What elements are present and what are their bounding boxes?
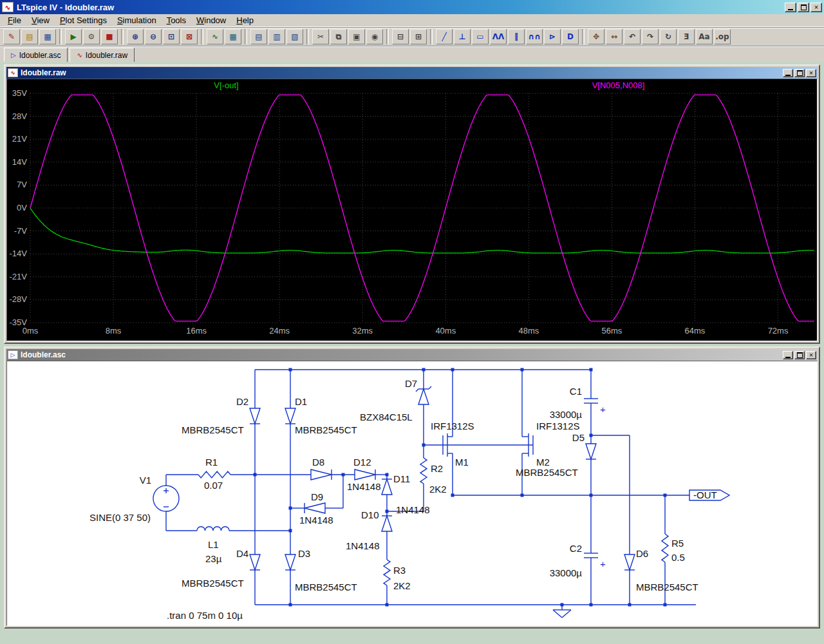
open-button[interactable]: ▤: [21, 29, 38, 44]
D5-symbol[interactable]: [586, 444, 596, 459]
control-panel-button[interactable]: ⚙: [83, 29, 100, 44]
tile-vertical-button[interactable]: ▥: [268, 29, 285, 44]
move-button[interactable]: ✥: [588, 29, 604, 44]
x-tick-label: 24ms: [269, 326, 290, 336]
copy-button[interactable]: ⧉: [330, 29, 347, 44]
zoom-full-extents-button[interactable]: ⊠: [181, 29, 198, 44]
window-controls: ×: [783, 3, 822, 12]
V1-symbol[interactable]: [153, 486, 179, 511]
move-icon: ✥: [593, 33, 599, 41]
grid-button[interactable]: ▦: [225, 29, 241, 44]
R2-symbol[interactable]: [420, 458, 427, 484]
D9-symbol[interactable]: [304, 503, 325, 513]
y-tick-label: -21V: [10, 272, 28, 281]
resistor-button[interactable]: ΛΛ: [490, 29, 507, 44]
spice-directive-button[interactable]: .op: [714, 29, 731, 44]
undo-button[interactable]: ↶: [624, 29, 641, 44]
wire[interactable]: [562, 610, 571, 618]
schematic-canvas[interactable]: D2MBRB2545CTD1MBRB2545CTD7BZX84C15LIRF13…: [7, 361, 817, 625]
waveform-restore-button[interactable]: [794, 69, 805, 77]
y-tick-label: 0V: [17, 203, 27, 213]
x-tick-label: 8ms: [106, 326, 122, 336]
save-button[interactable]: ▦: [39, 29, 56, 44]
tab-label-raw: Idoubler.raw: [86, 51, 127, 60]
zoom-area-button[interactable]: ⊡: [163, 29, 180, 44]
D12-symbol[interactable]: [355, 469, 375, 480]
redo-button[interactable]: ↷: [642, 29, 659, 44]
print-preview-button[interactable]: ⊞: [410, 29, 427, 44]
text-button[interactable]: Aa: [696, 29, 713, 44]
schematic-client-area[interactable]: D2MBRB2545CTD1MBRB2545CTD7BZX84C15LIRF13…: [6, 361, 818, 626]
menu-tools[interactable]: Tools: [162, 15, 191, 26]
plot-settings-button[interactable]: ∿: [207, 29, 223, 44]
menu-bar: FileViewPlot SettingsSimulationToolsWind…: [0, 14, 824, 27]
waveform-window-titlebar[interactable]: ∿ Idoubler.raw ×: [6, 67, 818, 79]
junction-node: [664, 494, 667, 497]
run-button[interactable]: ▶: [65, 29, 82, 44]
schematic-window-titlebar[interactable]: ▷ Idoubler.asc ×: [6, 349, 818, 361]
menu-simulation[interactable]: Simulation: [112, 15, 162, 26]
find-button[interactable]: ◉: [366, 29, 383, 44]
minimize-button[interactable]: [785, 3, 796, 12]
tile-horizontal-button[interactable]: ▤: [250, 29, 267, 44]
waveform-close-button[interactable]: ×: [806, 69, 816, 77]
R5-symbol[interactable]: [662, 534, 668, 562]
schematic-close-button[interactable]: ×: [806, 351, 816, 359]
schematic-label: 1N4148: [396, 504, 430, 515]
D1-symbol[interactable]: [285, 408, 295, 424]
trace-label-1[interactable]: V[N005,N008]: [592, 80, 645, 90]
wire[interactable]: [553, 610, 562, 618]
junction-node: [561, 603, 564, 607]
L1-symbol[interactable]: [197, 527, 229, 531]
drag-button[interactable]: ↔: [606, 29, 623, 44]
net-label-button[interactable]: ▭: [472, 29, 489, 44]
C1-symbol[interactable]: [584, 399, 598, 403]
junction-node: [590, 368, 593, 372]
diode-button[interactable]: ⊳: [544, 29, 561, 44]
schematic-minimize-button[interactable]: [783, 351, 793, 359]
D2-symbol[interactable]: [250, 408, 260, 424]
R3-symbol[interactable]: [384, 560, 390, 585]
component-button[interactable]: D: [562, 29, 579, 44]
tab-idoubler-raw[interactable]: ∿ Idoubler.raw: [70, 48, 135, 62]
D4-symbol[interactable]: [250, 554, 260, 570]
zoom-out-icon: ⊖: [150, 33, 156, 41]
cut-button[interactable]: ✂: [312, 29, 329, 44]
ground-button[interactable]: ⊥: [454, 29, 471, 44]
C2-symbol[interactable]: [584, 553, 598, 558]
close-button[interactable]: ×: [810, 3, 822, 12]
wire-button[interactable]: ╱: [436, 29, 453, 44]
D3-symbol[interactable]: [285, 554, 295, 570]
schematic-restore-button[interactable]: [794, 351, 805, 359]
D8-symbol[interactable]: [311, 469, 332, 480]
D6-symbol[interactable]: [624, 554, 635, 570]
menu-file[interactable]: File: [3, 15, 26, 26]
cascade-button[interactable]: ▧: [286, 29, 303, 44]
zoom-out-button[interactable]: ⊖: [145, 29, 162, 44]
D7-symbol[interactable]: [416, 386, 431, 404]
menu-help[interactable]: Help: [231, 15, 259, 26]
trace-label-0[interactable]: V[-out]: [214, 80, 238, 90]
R1-symbol[interactable]: [198, 471, 230, 478]
halt-button[interactable]: ■: [101, 29, 118, 44]
mirror-button[interactable]: Ǝ: [678, 29, 695, 44]
menu-window[interactable]: Window: [191, 15, 231, 26]
tab-idoubler-asc[interactable]: ▷ Idoubler.asc: [4, 48, 68, 62]
waveform-plot[interactable]: 0ms8ms16ms24ms32ms40ms48ms56ms64ms72ms35…: [7, 79, 817, 341]
zoom-full-extents-icon: ⊠: [186, 33, 192, 41]
schematic-label: M1: [455, 457, 469, 468]
waveform-minimize-button[interactable]: [783, 69, 793, 77]
new-schematic-button[interactable]: ✎: [3, 29, 20, 44]
inductor-button[interactable]: ∩∩: [526, 29, 543, 44]
rotate-button[interactable]: ↻: [660, 29, 677, 44]
restore-button[interactable]: [798, 3, 809, 12]
print-button[interactable]: ⊟: [392, 29, 409, 44]
paste-button[interactable]: ▣: [348, 29, 365, 44]
D11-symbol[interactable]: [382, 479, 392, 495]
D10-symbol[interactable]: [382, 516, 392, 531]
capacitor-button[interactable]: ‖: [508, 29, 525, 44]
menu-view[interactable]: View: [26, 15, 55, 26]
waveform-client-area[interactable]: 0ms8ms16ms24ms32ms40ms48ms56ms64ms72ms35…: [6, 79, 818, 341]
zoom-in-button[interactable]: ⊕: [127, 29, 144, 44]
menu-plot-settings[interactable]: Plot Settings: [55, 15, 112, 26]
